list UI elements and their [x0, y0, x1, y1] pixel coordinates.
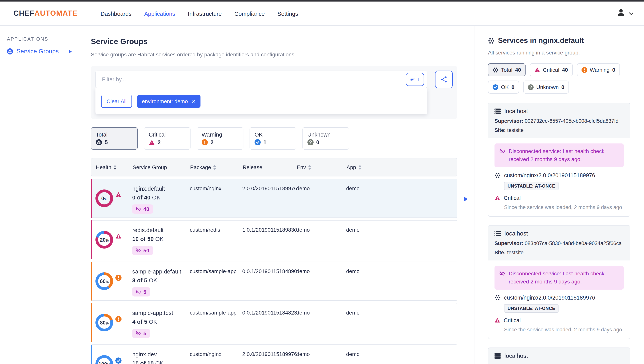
chef-automate-logo[interactable]: CHEFAUTOMATE: [14, 9, 78, 18]
package-icon: [494, 294, 501, 301]
service-group-cell: redis.default 10 of 50 OK 50: [132, 221, 190, 259]
stat-card-unknown[interactable]: Unknown 0: [302, 127, 349, 150]
stat-card-total[interactable]: Total 5: [91, 127, 138, 150]
site-line: Site: testsite: [494, 250, 624, 255]
sort-desc-icon[interactable]: [358, 168, 362, 170]
chevron-down-icon[interactable]: [629, 10, 633, 17]
page-title: Service Groups: [91, 37, 457, 46]
service-group-cell: sample-app.test 4 of 5 OK 5: [132, 303, 190, 342]
table-row[interactable]: 0% nginx.default 0 of 40 OK 40 custom/ng…: [91, 179, 457, 218]
service-group-name: nginx.dev: [132, 351, 190, 357]
sort-desc-icon[interactable]: [213, 168, 216, 170]
column-header-env[interactable]: Env: [297, 164, 346, 170]
filter-input[interactable]: [101, 76, 406, 83]
filter-count-button[interactable]: 1: [406, 73, 424, 86]
clear-all-filters-button[interactable]: Clear All: [101, 95, 132, 108]
health-donut: 60%: [96, 272, 113, 290]
service-card-body: Disconnected service: Last health check …: [488, 260, 630, 339]
server-icon: [494, 353, 501, 359]
sort-asc-icon[interactable]: [114, 165, 117, 167]
column-header-release: Release: [243, 164, 297, 170]
stat-card-ok[interactable]: OK 1: [250, 127, 296, 150]
service-group-name: nginx.default: [132, 185, 190, 192]
supervisor-line: Supervisor: 083b07ca-5830-4a8d-be0a-9034…: [494, 240, 624, 246]
service-health-note: Since the service was loaded, 2 months 9…: [504, 327, 624, 332]
health-summary-cards: Total 5 Critical 2 Warning 2 OK 1 Unknow…: [91, 127, 457, 150]
sidebar-item-label: Service Groups: [16, 48, 59, 55]
nav-compliance[interactable]: Compliance: [234, 10, 265, 17]
broken-link-icon: [136, 206, 141, 212]
health-cell: 20%: [96, 231, 132, 249]
pill-unknown[interactable]: Unknown0: [523, 81, 569, 94]
filter-chip-environment-demo[interactable]: environment: demo ✕: [137, 95, 200, 108]
service-group-cell: nginx.dev 10 of 10 OK 10: [132, 345, 190, 364]
app-cell: demo: [346, 303, 457, 342]
table-row[interactable]: 20% redis.default 10 of 50 OK 50 custom/…: [91, 220, 457, 259]
panel-title: Services in nginx.default: [488, 37, 630, 45]
left-sidebar: APPLICATIONS Service Groups: [0, 26, 78, 364]
health-cell: 60%: [96, 272, 132, 290]
service-card[interactable]: localhost Supervisor: 002732ee-6557-405c…: [488, 103, 630, 217]
table-row[interactable]: 100% nginx.dev 10 of 10 OK 10 custom/ngi…: [91, 344, 457, 364]
broken-link-icon: [499, 270, 505, 276]
service-group-name: sample-app.default: [132, 268, 190, 275]
service-card[interactable]: localhost Supervisor: 083b07ca-5830-4a8d…: [488, 225, 630, 339]
sort-desc-icon[interactable]: [114, 168, 117, 170]
service-health-status: Critical: [494, 317, 624, 323]
health-cell: 0%: [96, 189, 132, 207]
stat-card-critical[interactable]: Critical 2: [144, 127, 190, 150]
nav-dashboards[interactable]: Dashboards: [100, 10, 132, 17]
remove-filter-icon[interactable]: ✕: [192, 98, 196, 104]
health-status-icon: [116, 192, 122, 198]
warning-icon: [581, 67, 587, 73]
sidebar-item-service-groups[interactable]: Service Groups: [0, 48, 78, 55]
pill-ok[interactable]: OK0: [488, 81, 519, 94]
host-name: localhost: [504, 108, 528, 115]
panel-subtitle: All services running in a service group.: [488, 50, 630, 56]
sidebar-section-title: APPLICATIONS: [0, 37, 78, 42]
nav-settings[interactable]: Settings: [277, 10, 298, 17]
user-profile-icon[interactable]: [616, 8, 626, 19]
disconnected-alert: Disconnected service: Last health check …: [494, 143, 624, 167]
disconnected-services-badge: 40: [132, 204, 153, 214]
release-cell: 2.0.0/20190115189976: [242, 179, 296, 217]
ok-icon: [254, 139, 261, 145]
pill-warning[interactable]: Warning0: [577, 63, 620, 76]
health-donut: 20%: [96, 231, 113, 249]
column-header-health[interactable]: Health: [96, 164, 133, 170]
nav-infrastructure[interactable]: Infrastructure: [188, 10, 222, 17]
sort-asc-icon[interactable]: [308, 165, 311, 167]
critical-icon: [494, 195, 500, 201]
table-row[interactable]: 80% sample-app.test 4 of 5 OK 5 custom/s…: [91, 303, 457, 342]
sort-desc-icon[interactable]: [308, 168, 311, 170]
service-health-status: Critical: [494, 195, 624, 201]
pill-critical[interactable]: Critical40: [530, 63, 572, 76]
sort-asc-icon[interactable]: [358, 165, 362, 167]
ok-icon: [492, 84, 498, 90]
critical-icon: [494, 317, 500, 323]
env-cell: demo: [296, 303, 346, 342]
pill-total[interactable]: Total40: [488, 63, 526, 76]
total-services-icon: [96, 139, 102, 145]
app-cell: demo: [346, 262, 457, 300]
broken-link-icon: [136, 331, 141, 336]
service-card-body: Disconnected service: Last health check …: [488, 138, 630, 216]
share-button[interactable]: [435, 71, 453, 88]
stat-card-warning[interactable]: Warning 2: [197, 127, 244, 150]
server-icon: [494, 108, 501, 114]
service-card-header: localhost Supervisor: 002732ee-6557-405c…: [488, 103, 630, 138]
column-header-service-group: Service Group: [133, 164, 190, 170]
health-status-icon: [116, 233, 122, 239]
server-icon: [494, 230, 501, 237]
service-card[interactable]: localhost Supervisor: 0c0a6b1f-f9f2-4fe6…: [488, 347, 630, 364]
release-cell: 0.0.1/20190115184890: [242, 262, 296, 300]
sort-asc-icon[interactable]: [213, 165, 216, 167]
table-row[interactable]: 60% sample-app.default 3 of 5 OK 5 custo…: [91, 262, 457, 301]
column-header-package[interactable]: Package: [190, 164, 243, 170]
row-expand-arrow-icon[interactable]: [464, 196, 468, 203]
nav-applications[interactable]: Applications: [144, 10, 175, 17]
column-header-app[interactable]: App: [346, 164, 457, 170]
service-groups-icon: [7, 48, 13, 55]
filter-zone: 1 Clear All environment: demo ✕: [91, 66, 457, 119]
service-group-name: redis.default: [132, 227, 190, 233]
